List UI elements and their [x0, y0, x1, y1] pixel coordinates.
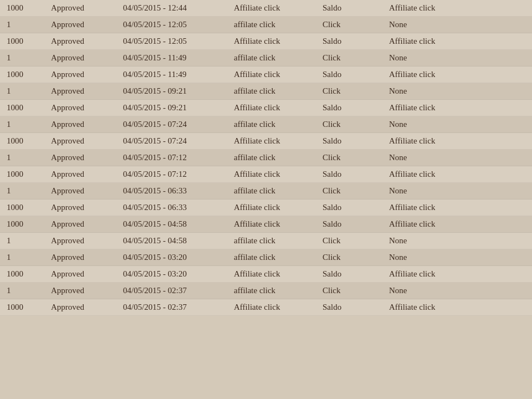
cell-type3: None [389, 20, 500, 29]
cell-status: Approved [51, 136, 123, 146]
table-row: 1000 Approved 04/05/2015 - 12:44 Affilia… [0, 0, 532, 17]
cell-type1: Affiliate click [234, 203, 323, 212]
cell-type3: Affiliate click [389, 203, 500, 212]
cell-status: Approved [51, 303, 123, 312]
cell-amount: 1000 [7, 136, 51, 146]
cell-type3: None [389, 153, 500, 162]
cell-type1: affilate click [234, 53, 323, 63]
table-row: 1000 Approved 04/05/2015 - 02:37 Affilia… [0, 299, 532, 316]
table-row: 1 Approved 04/05/2015 - 04:58 affilate c… [0, 233, 532, 249]
cell-date: 04/05/2015 - 11:49 [123, 70, 234, 79]
cell-amount: 1000 [7, 70, 51, 79]
cell-amount: 1000 [7, 103, 51, 112]
cell-type3: Affiliate click [389, 103, 500, 112]
cell-status: Approved [51, 253, 123, 262]
cell-amount: 1000 [7, 170, 51, 179]
table-row: 1 Approved 04/05/2015 - 07:24 affilate c… [0, 116, 532, 133]
cell-date: 04/05/2015 - 07:12 [123, 153, 234, 162]
cell-status: Approved [51, 103, 123, 112]
cell-amount: 1 [7, 153, 51, 162]
cell-date: 04/05/2015 - 04:58 [123, 219, 234, 229]
cell-status: Approved [51, 286, 123, 295]
cell-status: Approved [51, 219, 123, 229]
cell-amount: 1 [7, 53, 51, 63]
cell-type2: Saldo [323, 170, 389, 179]
cell-date: 04/05/2015 - 06:33 [123, 186, 234, 196]
cell-date: 04/05/2015 - 04:58 [123, 236, 234, 245]
cell-status: Approved [51, 170, 123, 179]
table-row: 1000 Approved 04/05/2015 - 11:49 Affilia… [0, 66, 532, 83]
cell-status: Approved [51, 186, 123, 196]
cell-type3: None [389, 286, 500, 295]
cell-date: 04/05/2015 - 03:20 [123, 253, 234, 262]
cell-type3: Affiliate click [389, 170, 500, 179]
cell-date: 04/05/2015 - 12:05 [123, 37, 234, 46]
cell-type3: None [389, 186, 500, 196]
cell-type2: Click [323, 20, 389, 29]
cell-type1: Affiliate click [234, 269, 323, 279]
cell-type3: Affiliate click [389, 136, 500, 146]
cell-type3: Affiliate click [389, 37, 500, 46]
cell-type2: Click [323, 286, 389, 295]
cell-status: Approved [51, 20, 123, 29]
cell-date: 04/05/2015 - 09:21 [123, 86, 234, 96]
cell-amount: 1 [7, 120, 51, 129]
cell-type2: Saldo [323, 103, 389, 112]
cell-type3: Affiliate click [389, 269, 500, 279]
cell-type3: Affiliate click [389, 303, 500, 312]
cell-date: 04/05/2015 - 02:37 [123, 286, 234, 295]
cell-type1: affilate click [234, 186, 323, 196]
table-row: 1000 Approved 04/05/2015 - 03:20 Affilia… [0, 266, 532, 283]
table-row: 1000 Approved 04/05/2015 - 04:58 Affilia… [0, 216, 532, 233]
cell-type2: Saldo [323, 136, 389, 146]
cell-date: 04/05/2015 - 11:49 [123, 53, 234, 63]
cell-type3: None [389, 53, 500, 63]
table-row: 1 Approved 04/05/2015 - 03:20 affilate c… [0, 249, 532, 266]
cell-type1: Affiliate click [234, 170, 323, 179]
cell-amount: 1000 [7, 219, 51, 229]
cell-type3: Affiliate click [389, 70, 500, 79]
cell-type1: Affiliate click [234, 219, 323, 229]
cell-type2: Click [323, 53, 389, 63]
cell-type1: affilate click [234, 86, 323, 96]
table-row: 1000 Approved 04/05/2015 - 12:05 Affilia… [0, 33, 532, 50]
cell-type1: Affiliate click [234, 136, 323, 146]
cell-status: Approved [51, 37, 123, 46]
cell-type2: Click [323, 86, 389, 96]
cell-status: Approved [51, 53, 123, 63]
cell-amount: 1000 [7, 303, 51, 312]
cell-type1: affilate click [234, 286, 323, 295]
cell-date: 04/05/2015 - 06:33 [123, 203, 234, 212]
table-row: 1 Approved 04/05/2015 - 11:49 affilate c… [0, 50, 532, 66]
table-row: 1 Approved 04/05/2015 - 02:37 affilate c… [0, 283, 532, 299]
cell-status: Approved [51, 120, 123, 129]
cell-date: 04/05/2015 - 12:05 [123, 20, 234, 29]
cell-type2: Click [323, 120, 389, 129]
cell-amount: 1 [7, 86, 51, 96]
cell-type1: affilate click [234, 253, 323, 262]
table-row: 1 Approved 04/05/2015 - 07:12 affilate c… [0, 150, 532, 166]
cell-type3: None [389, 236, 500, 245]
cell-type2: Saldo [323, 269, 389, 279]
table-row: 1000 Approved 04/05/2015 - 06:33 Affilia… [0, 200, 532, 216]
table-row: 1000 Approved 04/05/2015 - 07:24 Affilia… [0, 133, 532, 150]
cell-type2: Click [323, 236, 389, 245]
cell-type1: affilate click [234, 120, 323, 129]
cell-type2: Click [323, 186, 389, 196]
cell-status: Approved [51, 86, 123, 96]
cell-type3: None [389, 253, 500, 262]
cell-type3: None [389, 86, 500, 96]
cell-status: Approved [51, 203, 123, 212]
cell-type3: Affiliate click [389, 219, 500, 229]
cell-type2: Click [323, 153, 389, 162]
table-row: 1 Approved 04/05/2015 - 12:05 affilate c… [0, 17, 532, 33]
cell-type2: Saldo [323, 37, 389, 46]
cell-date: 04/05/2015 - 07:24 [123, 136, 234, 146]
cell-type1: affilate click [234, 20, 323, 29]
cell-amount: 1 [7, 186, 51, 196]
cell-type1: Affiliate click [234, 3, 323, 13]
cell-type1: Affiliate click [234, 303, 323, 312]
cell-status: Approved [51, 70, 123, 79]
table-row: 1 Approved 04/05/2015 - 09:21 affilate c… [0, 83, 532, 100]
cell-status: Approved [51, 3, 123, 13]
